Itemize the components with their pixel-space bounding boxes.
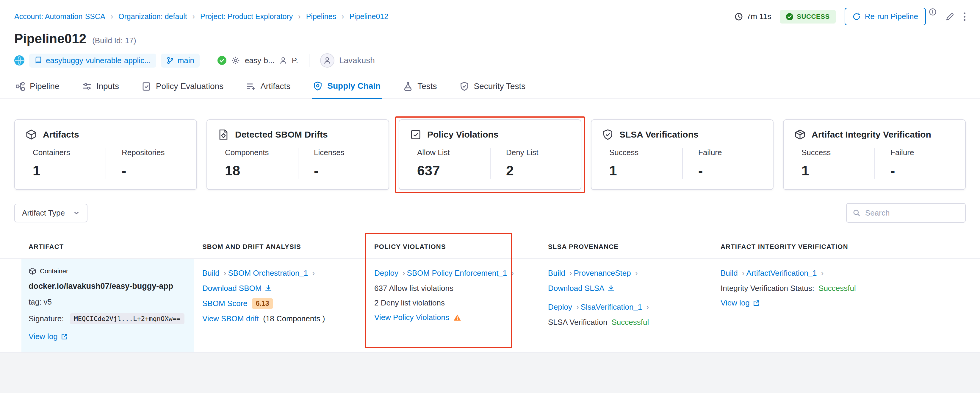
sbom-stage-link[interactable]: Build — [202, 268, 228, 278]
card-title: SLSA Verifications — [619, 129, 698, 140]
user-icon — [279, 57, 287, 64]
summary-cards: Artifacts Containers 1 Repositories - De… — [0, 99, 980, 190]
card-metric-value: 2 — [506, 163, 570, 179]
sbom-step-link[interactable]: SBOM Orchestration_1 — [228, 268, 317, 278]
branch-chip[interactable]: main — [161, 54, 200, 67]
allow-list-violations: 637 Allow list violations — [374, 284, 537, 293]
card-metric-label: Deny List — [506, 148, 570, 157]
card-metric-value: - — [698, 163, 762, 179]
artifact-type-dropdown[interactable]: Artifact Type — [14, 204, 88, 222]
card-slsa-verifications: SLSA Verifications Success 1 Failure - — [591, 120, 773, 190]
download-sbom-link[interactable]: Download SBOM — [202, 284, 272, 293]
card-title: Detected SBOM Drifts — [235, 129, 328, 140]
card-metric-label: Failure — [891, 148, 955, 157]
artifact-image-name: docker.io/lavakush07/easy-buggy-app — [29, 282, 186, 291]
policy-evaluations-icon — [142, 81, 151, 91]
deny-list-violations: 2 Deny list violations — [374, 298, 537, 308]
card-metric-label: Failure — [698, 148, 762, 157]
breadcrumb-account[interactable]: Account: Automation-SSCA — [14, 12, 105, 21]
artifact-tag: tag: v5 — [29, 297, 186, 307]
breadcrumb-pipelines[interactable]: Pipelines — [293, 12, 336, 21]
download-icon — [607, 284, 615, 292]
slsa-build-stage-link[interactable]: Build — [548, 268, 574, 278]
search-box — [846, 203, 966, 223]
rerun-pipeline-button[interactable]: Re-run Pipeline — [845, 8, 926, 25]
column-header-sbom: SBOM AND DRIFT ANALYSIS — [202, 238, 374, 259]
breadcrumb-pipeline012[interactable]: Pipeline012 — [336, 12, 388, 21]
tab-security-tests[interactable]: Security Tests — [458, 76, 527, 99]
view-policy-violations-link[interactable]: View Policy Violations — [374, 313, 449, 322]
info-icon[interactable] — [929, 8, 937, 16]
branch-icon — [166, 57, 174, 64]
table-header-row: ARTIFACT SBOM AND DRIFT ANALYSIS POLICY … — [0, 238, 980, 259]
edit-pipeline-icon[interactable] — [945, 12, 955, 21]
gear-icon — [231, 56, 240, 65]
card-metric-value: - — [314, 163, 378, 179]
card-metric-value: 1 — [609, 163, 682, 179]
card-metric-label: Licenses — [314, 148, 378, 157]
card-metric-label: Success — [609, 148, 682, 157]
supply-chain-icon — [313, 81, 323, 91]
commit-status-icon — [218, 56, 226, 65]
integrity-step-link[interactable]: ArtifactVerification_1 — [746, 268, 826, 278]
policy-step-link[interactable]: SBOM Policy Enforcement_1 — [407, 268, 515, 278]
policy-stage-link[interactable]: Deploy — [374, 268, 407, 278]
card-policy-violations: Policy Violations Allow List 637 Deny Li… — [399, 120, 581, 190]
tab-supply-chain[interactable]: Supply Chain — [312, 76, 382, 99]
card-metric-label: Components — [225, 148, 298, 157]
integrity-verification-result: Successful — [818, 284, 856, 293]
tests-icon — [403, 81, 413, 91]
search-input[interactable] — [865, 208, 959, 218]
slsa-card-icon — [602, 129, 614, 140]
provenance-step-link[interactable]: ProvenanceStep — [574, 268, 640, 278]
card-sbom-drifts: Detected SBOM Drifts Components 18 Licen… — [207, 120, 389, 190]
slsa-provenance-cell: Build ProvenanceStep Download SLSA Deplo… — [548, 259, 721, 352]
download-slsa-link[interactable]: Download SLSA — [548, 284, 615, 293]
integrity-view-log-link[interactable]: View log — [721, 298, 760, 308]
column-header-slsa-provenance: SLSA PROVENANCE — [548, 238, 721, 259]
card-artifact-integrity: Artifact Integrity Verification Success … — [783, 120, 966, 190]
table-row: Container docker.io/lavakush07/easy-bugg… — [0, 259, 980, 353]
integrity-stage-link[interactable]: Build — [721, 268, 746, 278]
clock-icon — [735, 13, 743, 21]
card-metric-value: 1 — [802, 163, 874, 179]
repo-icon — [35, 57, 42, 64]
user-name: Lavakush — [339, 56, 375, 65]
pipeline-header: Pipeline012 (Build Id: 17) easybuggy-vul… — [0, 28, 980, 67]
card-metric-value: 637 — [417, 163, 490, 179]
artifacts-tab-icon — [246, 81, 256, 91]
breadcrumb-project[interactable]: Project: Product Exploratory — [187, 12, 293, 21]
tab-artifacts[interactable]: Artifacts — [245, 76, 291, 99]
more-options-icon[interactable] — [963, 12, 966, 21]
status-text: SUCCESS — [797, 13, 830, 21]
divider — [309, 54, 309, 67]
slsa-verification-step-link[interactable]: SlsaVerification_1 — [581, 302, 651, 312]
filter-row: Artifact Type — [0, 190, 980, 223]
signature-label: Signature: — [29, 314, 64, 323]
artifacts-table: ARTIFACT SBOM AND DRIFT ANALYSIS POLICY … — [0, 238, 980, 353]
tab-pipeline[interactable]: Pipeline — [14, 76, 61, 99]
tab-tests[interactable]: Tests — [402, 76, 438, 99]
integrity-verification-status: Integrity Verification Status: Successfu… — [721, 284, 955, 293]
globe-icon — [14, 55, 24, 66]
artifacts-card-icon — [25, 129, 37, 140]
tab-policy-evaluations[interactable]: Policy Evaluations — [140, 76, 224, 99]
breadcrumb-organization[interactable]: Organization: default — [105, 12, 187, 21]
slsa-deploy-stage-link[interactable]: Deploy — [548, 302, 581, 312]
slsa-verification-result: Successful — [611, 318, 649, 327]
repo-chip[interactable]: easybuggy-vulnerable-applic... — [29, 54, 156, 67]
artifact-view-log-link[interactable]: View log — [29, 332, 68, 341]
breadcrumb: Account: Automation-SSCA Organization: d… — [14, 12, 388, 21]
sbom-drift-components: (18 Components ) — [263, 314, 325, 323]
sbom-drifts-card-icon — [218, 129, 229, 140]
pipeline-icon — [16, 81, 25, 91]
container-icon — [29, 267, 36, 275]
card-artifacts: Artifacts Containers 1 Repositories - — [14, 120, 197, 190]
sbom-score-link[interactable]: SBOM Score — [202, 299, 248, 308]
tab-inputs[interactable]: Inputs — [81, 76, 120, 99]
trigger-user: P. — [292, 56, 298, 65]
card-metric-label: Containers — [33, 148, 106, 157]
policy-violations-cell: Deploy SBOM Policy Enforcement_1 637 All… — [374, 259, 548, 352]
view-sbom-drift-link[interactable]: View SBOM drift — [202, 314, 259, 323]
card-title: Artifact Integrity Verification — [811, 129, 931, 140]
